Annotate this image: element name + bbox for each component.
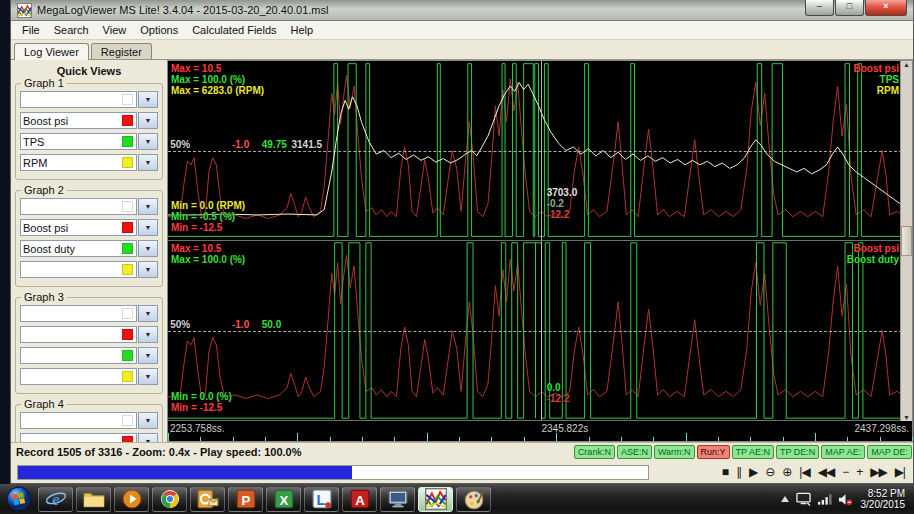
channel-combo-field[interactable]: RPM [20,154,137,171]
indicator-ase-n[interactable]: ASE:N [617,445,652,459]
channel-combo-field[interactable] [20,198,137,215]
channel-combo-field[interactable]: Boost psi [20,219,137,236]
channel-combo-field[interactable] [20,91,137,108]
channel-combo-field[interactable] [20,305,137,322]
tab-log-viewer[interactable]: Log Viewer [14,43,89,60]
channel-combo-field[interactable] [20,368,137,385]
windows-explorer-icon[interactable] [76,487,111,512]
adobe-reader-icon[interactable]: A [342,487,377,512]
combo-dropdown-button[interactable]: ▼ [138,240,158,257]
quick-view-group-3: Graph 3▼▼▼▼ [15,297,163,394]
channel-combo: Boost psi▼ [20,112,158,129]
combo-dropdown-button[interactable]: ▼ [138,112,158,129]
max-label: Max = 10.5Max = 100.0 (%) [171,243,245,265]
chart-area[interactable]: 50%-1.049.753141.5Max = 10.5Max = 100.0 … [167,60,913,442]
media-player-icon[interactable] [114,487,149,512]
channel-label: Boost psi [23,222,122,234]
taskbar-clock[interactable]: 8:52 PM3/20/2015 [859,488,910,510]
excel-icon[interactable]: X [266,487,301,512]
stop-button[interactable]: ■ [722,465,728,479]
channel-combo-field[interactable] [20,326,137,343]
volume-muted-icon[interactable] [838,493,853,506]
channel-combo-field[interactable]: Boost duty [20,240,137,257]
zoom-in-button[interactable]: ⊕ [782,465,791,479]
channel-combo-field[interactable] [20,261,137,278]
combo-dropdown-button[interactable]: ▼ [138,91,158,108]
indicator-map-ae[interactable]: MAP AE: [821,445,865,459]
mid-scale-label: 3141.5 [292,139,323,150]
graph1-panel[interactable]: 50%-1.049.753141.5Max = 10.5Max = 100.0 … [168,61,912,241]
combo-dropdown-button[interactable]: ▼ [138,326,158,343]
hidden-icons-arrow[interactable] [780,494,790,504]
minimize-button[interactable]: – [805,0,834,16]
indicator-run-y[interactable]: Run:Y [697,445,730,459]
tab-register[interactable]: Register [91,43,152,59]
combo-dropdown-button[interactable]: ▼ [138,219,158,236]
indicator-tp-ae-n[interactable]: TP AE:N [732,445,774,459]
fast-forward-button[interactable]: ▶▶ [870,465,886,479]
playback-bar: ■∥▶⊖⊕|◀◀◀−+▶▶▶| [11,461,913,483]
scroll-up-icon[interactable]: ▲ [903,61,910,68]
zoom-out-button[interactable]: ⊖ [765,465,774,479]
channel-combo-field[interactable] [20,412,137,429]
network-signal-icon[interactable] [817,493,832,505]
playback-progress-bar[interactable] [17,465,649,480]
palette-app-icon[interactable] [456,487,491,512]
indicator-map-de[interactable]: MAP DE: [867,445,912,459]
menu-item-file[interactable]: File [15,23,47,37]
menu-item-search[interactable]: Search [47,23,96,37]
internet-explorer-icon[interactable]: e [38,487,73,512]
combo-dropdown-button[interactable]: ▼ [138,154,158,171]
menu-item-help[interactable]: Help [284,23,321,37]
combo-dropdown-button[interactable]: ▼ [138,412,158,429]
powerpoint-icon[interactable]: P [228,487,263,512]
chart-scrollbar[interactable]: ▲ ▼ [900,61,912,421]
scroll-down-icon[interactable]: ▼ [903,414,910,421]
combo-dropdown-button[interactable]: ▼ [138,198,158,215]
legend-label-item: RPM [877,85,899,96]
outlook-icon[interactable] [190,487,225,512]
combo-dropdown-button[interactable]: ▼ [138,261,158,278]
channel-combo: ▼ [20,305,158,322]
close-button[interactable]: × [865,0,907,16]
mid-scale-label: 49.75 [262,139,287,150]
combo-dropdown-button[interactable]: ▼ [138,133,158,150]
menu-item-calculated-fields[interactable]: Calculated Fields [185,23,283,37]
combo-dropdown-button[interactable]: ▼ [138,347,158,364]
lync-icon[interactable]: L [304,487,339,512]
time-tick [297,433,298,441]
indicator-crank-n[interactable]: Crank:N [574,445,615,459]
channel-combo-field[interactable] [20,433,137,442]
chevron-down-icon: ▼ [145,331,152,338]
combo-dropdown-button[interactable]: ▼ [138,368,158,385]
step-back-button[interactable]: − [842,465,848,479]
rewind-button[interactable]: ◀◀ [818,465,834,479]
start-button[interactable] [3,485,35,513]
skip-end-button[interactable]: ▶| [895,465,905,479]
graph2-panel[interactable]: 50%-1.050.0Max = 10.5Max = 100.0 (%)Boos… [168,241,912,421]
maximize-button[interactable]: □ [835,0,864,16]
display-icon[interactable] [796,492,811,506]
channel-color-swatch [122,201,133,212]
step-forward-button[interactable]: + [856,465,862,479]
play-button[interactable]: ▶ [749,465,757,479]
indicator-tp-de-n[interactable]: TP DE:N [776,445,819,459]
combo-dropdown-button[interactable]: ▼ [138,433,158,442]
channel-combo-field[interactable]: TPS [20,133,137,150]
channel-combo: Boost psi▼ [20,219,158,236]
channel-combo-field[interactable] [20,347,137,364]
remote-desktop-icon[interactable] [380,487,415,512]
skip-start-button[interactable]: |◀ [799,465,809,479]
megalogviewer-icon[interactable] [418,487,453,512]
title-bar[interactable]: MegaLogViewer MS Lite! 3.4.04 - 2015-03-… [11,0,913,21]
menu-item-view[interactable]: View [96,23,134,37]
chrome-icon[interactable] [152,487,187,512]
chevron-down-icon: ▼ [145,438,152,442]
menu-item-options[interactable]: Options [133,23,185,37]
scroll-thumb[interactable] [901,226,912,256]
indicator-warm-n[interactable]: Warm:N [654,445,695,459]
channel-combo: RPM▼ [20,154,158,171]
combo-dropdown-button[interactable]: ▼ [138,305,158,322]
channel-combo-field[interactable]: Boost psi [20,112,137,129]
pause-button[interactable]: ∥ [736,465,741,479]
